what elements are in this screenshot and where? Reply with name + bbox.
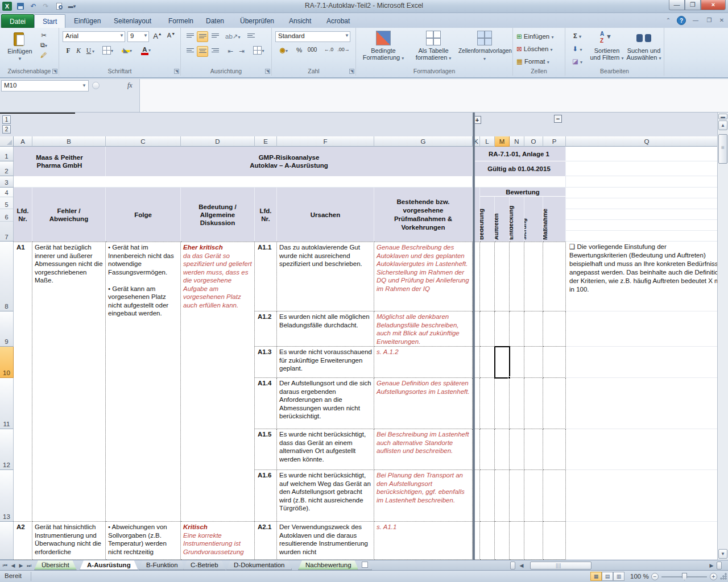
empty-eval-cell[interactable] xyxy=(495,378,510,429)
empty-eval-cell[interactable] xyxy=(543,429,566,470)
cell-a14-id[interactable]: A1.4 xyxy=(255,378,277,429)
empty-eval-cell[interactable] xyxy=(480,470,495,522)
empty-eval-cell[interactable] xyxy=(543,522,566,560)
sheet-tab-a-ausruestung[interactable]: A-Ausrüstung xyxy=(80,560,138,570)
empty-cell[interactable] xyxy=(566,429,728,470)
empty-eval-cell[interactable] xyxy=(495,522,510,560)
horizontal-split-handle-2[interactable] xyxy=(717,562,722,569)
borders-button[interactable]: ▾ xyxy=(102,46,113,55)
row-header-10-selected[interactable]: 10 xyxy=(0,347,14,378)
tab-seitenlayout[interactable]: Seitenlayout xyxy=(106,14,159,28)
column-header-n[interactable]: N xyxy=(510,136,524,147)
accounting-format-button[interactable]: ◉▾ xyxy=(276,46,291,54)
cell-a2-id[interactable]: A2 xyxy=(14,522,32,560)
cut-button[interactable]: ✂ xyxy=(38,31,50,39)
sort-filter-button[interactable]: AZ▼ Sortierenund Filtern ▾ xyxy=(589,30,624,62)
find-select-button[interactable]: Suchen undAuswählen ▾ xyxy=(626,30,662,62)
empty-eval-cell[interactable] xyxy=(495,470,510,522)
align-center-button[interactable] xyxy=(197,46,208,57)
column-header-c[interactable]: C xyxy=(106,136,181,147)
decrease-indent-button[interactable]: ⇤ xyxy=(225,47,235,55)
row-header-7[interactable]: 7 xyxy=(0,222,13,241)
cell-a16-id[interactable]: A1.6 xyxy=(255,470,277,522)
cell-a21-massnahme[interactable]: s. A1.1 xyxy=(374,522,473,560)
empty-eval-cell[interactable] xyxy=(510,311,524,347)
cell-a12-ursache[interactable]: Es wurden nicht alle möglichen Beladungs… xyxy=(277,311,374,347)
empty-eval-cell[interactable] xyxy=(510,522,524,560)
first-sheet-icon[interactable]: ⏮ xyxy=(1,562,9,569)
row-header-8[interactable]: 8 xyxy=(0,242,14,311)
autosum-button[interactable]: Σ ▾ xyxy=(569,32,586,39)
cell-a13-massnahme[interactable]: s. A.1.2 xyxy=(374,347,473,378)
empty-eval-cell[interactable] xyxy=(524,311,543,347)
title-bar[interactable]: X ↶ ↷ ▬▾ RA-7.1-Autoklav-Teil2 - Microso… xyxy=(0,0,728,13)
empty-cell[interactable] xyxy=(566,147,728,161)
page-layout-view-button[interactable]: ▤ xyxy=(602,572,613,581)
empty-eval-cell[interactable] xyxy=(524,429,543,470)
cell-a2-fehler[interactable]: Gerät hat hinsichtlich Instrumentierung … xyxy=(32,522,106,560)
cell-a1-fehler[interactable]: Gerät hat bezüglich innerer und äußerer … xyxy=(32,242,106,522)
font-name-combo[interactable]: Arial▼ xyxy=(63,31,125,42)
cell-a12-id[interactable]: A1.2 xyxy=(255,311,277,347)
outline-level-2-button[interactable]: 2 xyxy=(2,125,11,134)
decrease-decimal-button[interactable]: .00→ xyxy=(337,47,350,52)
selected-cell-m10[interactable] xyxy=(494,346,510,379)
fill-button[interactable]: ⬇ ▾ xyxy=(569,45,586,53)
row-headers-4-7[interactable]: 4 5 6 7 xyxy=(0,188,14,242)
empty-eval-cell[interactable] xyxy=(524,242,543,311)
sheet-tab-d-dokumentation[interactable]: D-Dokumentation xyxy=(226,560,292,570)
select-all-corner[interactable] xyxy=(0,136,14,147)
empty-eval-cell[interactable] xyxy=(480,311,495,347)
cell-a1-folge[interactable]: • Gerät hat im Innenbereich nicht das no… xyxy=(106,242,181,522)
header-entdeckung-rot[interactable]: Entdeckung xyxy=(510,197,524,242)
scroll-down-icon[interactable]: ▼ xyxy=(718,549,727,559)
cell-a2-folge[interactable]: • Abweichungen von Sollvorgaben (z.B. Te… xyxy=(106,522,181,560)
empty-eval-cell[interactable] xyxy=(524,347,543,378)
merge-center-button[interactable]: ▾ xyxy=(250,46,267,55)
cell-a15-ursache[interactable]: Es wurde nicht berücksichtigt, dass das … xyxy=(277,429,374,470)
fill-color-button[interactable]: ◣▾ xyxy=(122,46,132,53)
empty-cell[interactable] xyxy=(566,347,728,378)
clear-button[interactable]: ◪ ▾ xyxy=(569,57,586,65)
column-header-d[interactable]: D xyxy=(181,136,255,147)
column-header-m-selected[interactable]: M xyxy=(495,136,510,147)
font-color-button[interactable]: A▾ xyxy=(141,46,151,55)
header-referenz-rot[interactable]: Referenz zur Maßnahme xyxy=(543,197,566,242)
align-left-button[interactable] xyxy=(184,46,196,56)
cell-note[interactable]: ❑ Die vorliegende Einstufung der Bewertu… xyxy=(566,242,728,311)
conditional-formatting-button[interactable]: BedingteFormatierung ▾ xyxy=(358,30,408,62)
sheet-tab-c-betrieb[interactable]: C-Betrieb xyxy=(183,560,226,570)
pane-split-bar[interactable] xyxy=(473,113,475,560)
font-size-combo[interactable]: 9▼ xyxy=(127,31,149,42)
vertical-split-handle[interactable]: ▬ xyxy=(718,114,727,119)
number-dialog-launcher-icon[interactable]: ◥ xyxy=(349,69,354,74)
row-header-1[interactable]: 1 xyxy=(0,147,14,161)
row-header-13[interactable]: 13 xyxy=(0,470,14,522)
column-header-g[interactable]: G xyxy=(374,136,473,147)
vertical-scroll-thumb[interactable] xyxy=(718,134,727,164)
normal-view-button[interactable]: ▦ xyxy=(590,572,602,581)
empty-cell[interactable] xyxy=(566,311,728,347)
format-painter-button[interactable]: 🖉 xyxy=(38,52,50,59)
column-header-f[interactable]: F xyxy=(277,136,374,147)
cell-styles-button[interactable]: Zellenformatvorlagen▾ xyxy=(458,30,511,63)
row-header-4[interactable]: 4 xyxy=(0,188,13,197)
header-bedeutung-rot[interactable]: Bedeutung xyxy=(480,197,495,242)
row-header-2[interactable]: 2 xyxy=(0,161,14,176)
cell-a14-massnahme[interactable]: Genaue Definition des späteren Aufstellu… xyxy=(374,378,473,429)
last-sheet-icon[interactable]: ⏭ xyxy=(25,562,33,569)
row-header-12[interactable]: 12 xyxy=(0,429,14,470)
row-header-5[interactable]: 5 xyxy=(0,197,13,209)
tab-acrobat[interactable]: Acrobat xyxy=(318,14,358,28)
cell-a11-id[interactable]: A1.1 xyxy=(255,242,277,311)
tab-daten[interactable]: Daten xyxy=(198,14,232,28)
header-kategorisierung-rot[interactable]: Kategori- sierung xyxy=(524,197,543,242)
header-lfd-nr-2[interactable]: Lfd. Nr. xyxy=(255,188,277,242)
copy-button[interactable]: ⧉▾ xyxy=(38,41,50,49)
column-header-l[interactable]: L xyxy=(480,136,495,147)
row-header-14-partial[interactable] xyxy=(0,522,14,560)
horizontal-split-handle[interactable] xyxy=(510,562,515,569)
cell-a16-massnahme[interactable]: Bei Planung den Transport an den Aufstel… xyxy=(374,470,473,522)
empty-cell[interactable] xyxy=(566,176,728,188)
underline-dropdown-icon[interactable]: ▾ xyxy=(92,49,94,54)
